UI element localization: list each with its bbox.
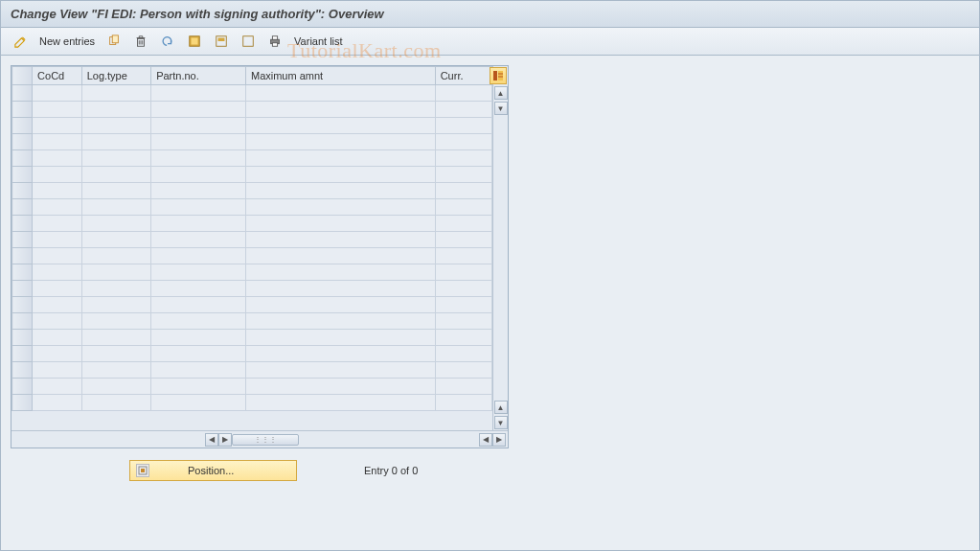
row-selector[interactable] (12, 216, 33, 232)
table-cell[interactable] (245, 167, 435, 183)
row-selector[interactable] (12, 134, 33, 150)
row-selector[interactable] (12, 183, 33, 199)
table-row[interactable] (12, 150, 492, 167)
table-cell[interactable] (81, 346, 150, 362)
table-row[interactable] (12, 248, 492, 264)
table-cell[interactable] (81, 85, 150, 102)
table-cell[interactable] (151, 297, 246, 313)
table-cell[interactable] (435, 313, 491, 330)
row-selector[interactable] (12, 232, 33, 248)
table-row[interactable] (12, 118, 492, 134)
row-selector[interactable] (12, 346, 33, 362)
table-cell[interactable] (435, 232, 491, 248)
table-cell[interactable] (81, 216, 150, 232)
table-cell[interactable] (435, 281, 491, 297)
table-cell[interactable] (33, 395, 82, 411)
table-cell[interactable] (245, 232, 435, 248)
table-cell[interactable] (245, 150, 435, 167)
table-cell[interactable] (151, 216, 246, 232)
scroll-thumb[interactable]: ⋮⋮⋮ (232, 434, 299, 446)
table-cell[interactable] (245, 362, 435, 379)
table-row[interactable] (12, 216, 492, 232)
table-row[interactable] (12, 379, 492, 395)
table-cell[interactable] (245, 118, 435, 134)
table-cell[interactable] (245, 183, 435, 199)
scroll-left-button-2[interactable]: ◀ (479, 433, 492, 447)
table-cell[interactable] (81, 248, 150, 264)
table-row[interactable] (12, 297, 492, 313)
select-block-button[interactable] (210, 32, 233, 51)
table-row[interactable] (12, 183, 492, 199)
table-row[interactable] (12, 102, 492, 118)
table-cell[interactable] (435, 167, 491, 183)
column-header-logtype[interactable]: Log.type (81, 67, 150, 85)
scroll-down-button[interactable]: ▼ (494, 102, 508, 115)
table-cell[interactable] (245, 379, 435, 395)
table-cell[interactable] (151, 395, 246, 411)
toggle-display-change-button[interactable] (9, 32, 32, 51)
table-cell[interactable] (33, 281, 82, 297)
table-cell[interactable] (33, 232, 82, 248)
undo-button[interactable] (156, 32, 179, 51)
table-cell[interactable] (435, 248, 491, 264)
table-cell[interactable] (33, 330, 82, 346)
table-cell[interactable] (81, 199, 150, 216)
table-cell[interactable] (435, 264, 491, 281)
table-row[interactable] (12, 85, 492, 102)
table-cell[interactable] (245, 313, 435, 330)
table-cell[interactable] (245, 199, 435, 216)
table-cell[interactable] (245, 330, 435, 346)
position-button[interactable]: Position... (129, 460, 297, 481)
table-cell[interactable] (33, 118, 82, 134)
table-cell[interactable] (81, 118, 150, 134)
table-cell[interactable] (33, 199, 82, 216)
table-cell[interactable] (81, 232, 150, 248)
table-cell[interactable] (151, 379, 246, 395)
table-cell[interactable] (81, 183, 150, 199)
table-cell[interactable] (81, 379, 150, 395)
column-header-maxamnt[interactable]: Maximum amnt (245, 67, 435, 85)
variant-list-button[interactable]: Variant list (290, 34, 347, 49)
row-selector[interactable] (12, 330, 33, 346)
row-selector[interactable] (12, 297, 33, 313)
table-cell[interactable] (245, 85, 435, 102)
table-cell[interactable] (245, 216, 435, 232)
table-cell[interactable] (151, 313, 246, 330)
column-header-curr[interactable]: Curr. (435, 67, 491, 85)
table-cell[interactable] (151, 330, 246, 346)
new-entries-button[interactable]: New entries (35, 34, 99, 49)
table-cell[interactable] (33, 134, 82, 150)
table-cell[interactable] (81, 264, 150, 281)
table-cell[interactable] (81, 150, 150, 167)
table-cell[interactable] (33, 216, 82, 232)
table-cell[interactable] (151, 102, 246, 118)
table-cell[interactable] (435, 297, 491, 313)
table-cell[interactable] (245, 346, 435, 362)
table-cell[interactable] (33, 379, 82, 395)
table-cell[interactable] (81, 281, 150, 297)
table-row[interactable] (12, 346, 492, 362)
scroll-up-button[interactable]: ▲ (494, 86, 508, 100)
table-cell[interactable] (151, 248, 246, 264)
row-selector[interactable] (12, 150, 33, 167)
table-cell[interactable] (33, 362, 82, 379)
table-cell[interactable] (33, 248, 82, 264)
table-cell[interactable] (435, 395, 491, 411)
delete-button[interactable] (129, 32, 152, 51)
scroll-right-button-2[interactable]: ▶ (492, 433, 506, 447)
table-cell[interactable] (435, 85, 491, 102)
table-cell[interactable] (435, 346, 491, 362)
row-selector[interactable] (12, 118, 33, 134)
table-cell[interactable] (435, 379, 491, 395)
row-selector[interactable] (12, 102, 33, 118)
table-cell[interactable] (33, 264, 82, 281)
table-row[interactable] (12, 232, 492, 248)
column-header-partnno[interactable]: Partn.no. (151, 67, 246, 85)
table-cell[interactable] (151, 346, 246, 362)
table-cell[interactable] (435, 150, 491, 167)
column-header-cocd[interactable]: CoCd (33, 67, 82, 85)
table-row[interactable] (12, 281, 492, 297)
table-cell[interactable] (245, 264, 435, 281)
row-selector-header[interactable] (12, 67, 33, 85)
row-selector[interactable] (12, 264, 33, 281)
